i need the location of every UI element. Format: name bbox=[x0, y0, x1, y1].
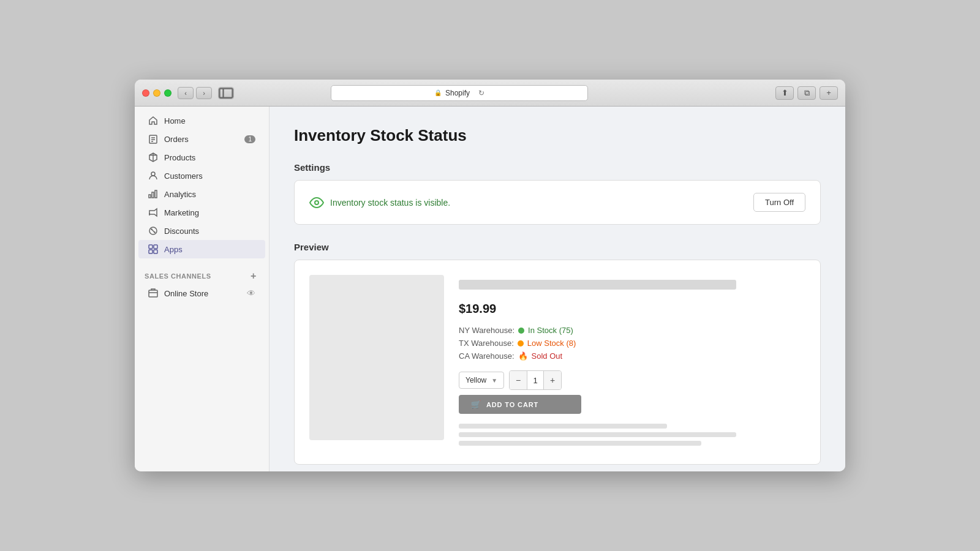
preview-footer-lines bbox=[459, 424, 805, 446]
sales-channels-header: SALES CHANNELS + bbox=[135, 263, 269, 284]
analytics-icon bbox=[148, 189, 158, 199]
ny-warehouse-row: NY Warehouse: In Stock (75) bbox=[459, 326, 805, 335]
add-to-cart-button[interactable]: 🛒 ADD TO CART bbox=[459, 395, 581, 414]
turn-off-button[interactable]: Turn Off bbox=[753, 193, 805, 212]
sidebar-label-apps: Apps bbox=[164, 245, 183, 254]
back-button[interactable]: ‹ bbox=[178, 87, 194, 99]
svg-rect-18 bbox=[154, 245, 157, 249]
main-content: Inventory Stock Status Settings Inventor… bbox=[270, 107, 845, 471]
url-text: Shopify bbox=[445, 89, 470, 97]
svg-point-8 bbox=[151, 172, 155, 176]
app-body: Home Orders 1 bbox=[135, 107, 845, 471]
status-eye-icon bbox=[309, 195, 324, 210]
preview-section: $19.99 NY Warehouse: In Stock (75) TX Wa… bbox=[294, 260, 821, 465]
nav-buttons: ‹ › bbox=[178, 87, 212, 99]
svg-rect-9 bbox=[149, 195, 151, 198]
sidebar-item-analytics[interactable]: Analytics bbox=[138, 185, 265, 203]
ca-warehouse-label: CA Warehouse: bbox=[459, 351, 514, 361]
svg-point-15 bbox=[151, 229, 152, 230]
footer-line-1 bbox=[459, 424, 667, 429]
svg-rect-10 bbox=[152, 192, 154, 198]
sidebar-item-orders[interactable]: Orders 1 bbox=[138, 130, 265, 148]
sidebar-label-customers: Customers bbox=[164, 171, 203, 181]
tx-warehouse-row: TX Warehouse: Low Stock (8) bbox=[459, 339, 805, 348]
reload-button[interactable]: ↻ bbox=[478, 89, 484, 97]
settings-status: Inventory stock status is visible. bbox=[309, 195, 450, 210]
orders-icon bbox=[148, 134, 158, 144]
add-to-cart-label: ADD TO CART bbox=[486, 401, 538, 408]
preview-price: $19.99 bbox=[459, 302, 805, 316]
ca-warehouse-row: CA Warehouse: 🔥 Sold Out bbox=[459, 351, 805, 361]
home-icon bbox=[148, 116, 158, 126]
ca-stock-status: Sold Out bbox=[532, 351, 563, 361]
svg-point-16 bbox=[154, 232, 155, 233]
tx-stock-status: Low Stock (8) bbox=[527, 339, 576, 348]
sidebar-item-home[interactable]: Home bbox=[138, 111, 265, 130]
settings-section-title: Settings bbox=[294, 162, 821, 173]
online-store-label: Online Store bbox=[164, 289, 208, 298]
tx-stock-dot-orange bbox=[518, 340, 524, 347]
footer-line-3 bbox=[459, 441, 701, 446]
sidebar-item-marketing[interactable]: Marketing bbox=[138, 203, 265, 222]
browser-window: ‹ › 🔒 Shopify ↻ ⬆ ⧉ + bbox=[135, 80, 845, 471]
footer-line-2 bbox=[459, 432, 736, 437]
browser-chrome: ‹ › 🔒 Shopify ↻ ⬆ ⧉ + bbox=[135, 80, 845, 107]
customers-icon bbox=[148, 171, 158, 181]
sidebar-item-products[interactable]: Products bbox=[138, 148, 265, 167]
traffic-lights bbox=[142, 89, 172, 97]
preview-inner: $19.99 NY Warehouse: In Stock (75) TX Wa… bbox=[309, 275, 805, 449]
share-button[interactable]: ⬆ bbox=[775, 86, 794, 100]
cart-icon: 🛒 bbox=[471, 400, 481, 409]
tx-warehouse-label: TX Warehouse: bbox=[459, 339, 514, 348]
status-message: Inventory stock status is visible. bbox=[330, 198, 450, 208]
online-store-eye-icon[interactable]: 👁 bbox=[247, 288, 255, 298]
sidebar-label-orders: Orders bbox=[164, 135, 189, 144]
svg-rect-0 bbox=[220, 88, 233, 97]
sidebar-item-customers[interactable]: Customers bbox=[138, 167, 265, 185]
browser-actions: ⬆ ⧉ + bbox=[775, 86, 838, 100]
svg-rect-17 bbox=[149, 245, 153, 249]
apps-icon bbox=[148, 244, 158, 254]
preview-section-title: Preview bbox=[294, 242, 821, 252]
preview-title-placeholder bbox=[459, 280, 736, 290]
quantity-decrease-button[interactable]: − bbox=[510, 371, 527, 389]
preview-controls: Yellow ▼ − 1 + bbox=[459, 370, 805, 390]
quantity-controls: − 1 + bbox=[509, 370, 562, 390]
sidebar-toggle-button[interactable] bbox=[218, 87, 234, 99]
orders-badge: 1 bbox=[244, 135, 255, 143]
variant-select[interactable]: Yellow ▼ bbox=[459, 372, 504, 389]
products-icon bbox=[148, 152, 158, 162]
ny-stock-status: In Stock (75) bbox=[528, 326, 573, 335]
marketing-icon bbox=[148, 208, 158, 217]
sidebar-item-apps[interactable]: Apps bbox=[138, 240, 265, 258]
ca-fire-icon: 🔥 bbox=[518, 351, 528, 361]
reading-mode-button[interactable]: ⧉ bbox=[797, 86, 816, 100]
close-button[interactable] bbox=[142, 89, 149, 97]
preview-product-image bbox=[309, 275, 444, 440]
sales-channels-label: SALES CHANNELS bbox=[145, 272, 211, 280]
preview-product-info: $19.99 NY Warehouse: In Stock (75) TX Wa… bbox=[444, 275, 805, 449]
svg-point-23 bbox=[315, 201, 318, 204]
svg-rect-20 bbox=[154, 250, 157, 253]
page-title: Inventory Stock Status bbox=[294, 126, 821, 145]
lock-icon: 🔒 bbox=[434, 89, 442, 96]
discounts-icon bbox=[148, 226, 158, 236]
ny-warehouse-label: NY Warehouse: bbox=[459, 326, 514, 335]
variant-label: Yellow bbox=[466, 376, 486, 384]
add-sales-channel-button[interactable]: + bbox=[248, 271, 259, 282]
sidebar-label-home: Home bbox=[164, 116, 186, 126]
add-tab-button[interactable]: + bbox=[820, 86, 838, 100]
sidebar-label-analytics: Analytics bbox=[164, 190, 196, 199]
svg-rect-11 bbox=[155, 190, 157, 198]
quantity-increase-button[interactable]: + bbox=[544, 371, 561, 389]
online-store-icon bbox=[148, 288, 158, 298]
maximize-button[interactable] bbox=[164, 89, 172, 97]
sidebar-label-discounts: Discounts bbox=[164, 227, 199, 236]
sidebar-item-online-store[interactable]: Online Store 👁 bbox=[138, 284, 265, 302]
address-bar[interactable]: 🔒 Shopify ↻ bbox=[331, 85, 588, 101]
sidebar: Home Orders 1 bbox=[135, 107, 270, 471]
sidebar-item-discounts[interactable]: Discounts bbox=[138, 222, 265, 240]
forward-button[interactable]: › bbox=[196, 87, 212, 99]
ny-stock-dot-green bbox=[518, 328, 524, 334]
minimize-button[interactable] bbox=[153, 89, 160, 97]
